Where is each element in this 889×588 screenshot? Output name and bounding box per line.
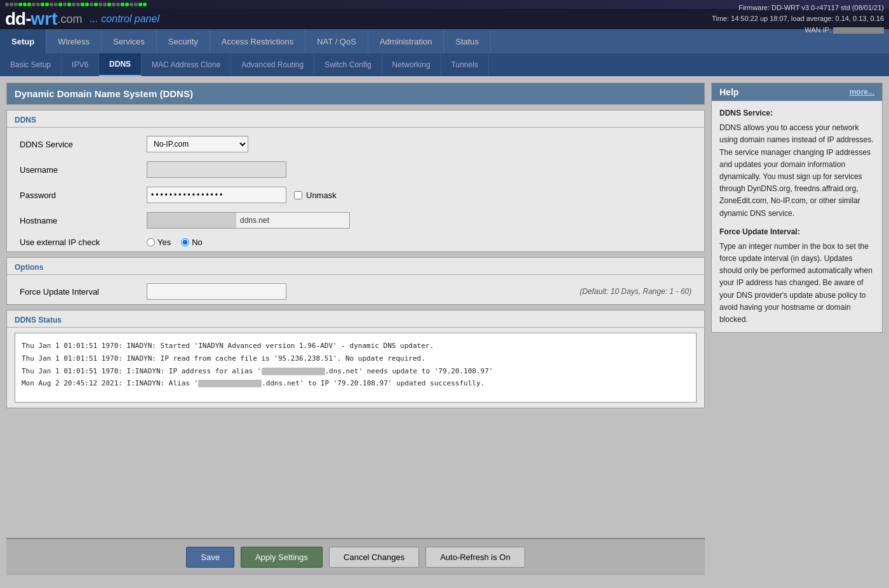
main-nav-nat[interactable]: NAT / QoS	[305, 29, 368, 53]
dot	[63, 3, 67, 6]
status-line-2: Thu Jan 1 01:01:51 1970: INADYN: IP read…	[22, 352, 690, 365]
main-nav-services[interactable]: Services	[102, 29, 157, 53]
sub-nav-ipv6[interactable]: IPV6	[62, 53, 99, 76]
password-control: Unmask	[147, 187, 692, 203]
dot	[103, 3, 107, 6]
radio-no-label[interactable]: No	[192, 237, 203, 247]
ddns-status-section: DDNS Status Thu Jan 1 01:01:51 1970: INA…	[6, 310, 705, 408]
sub-nav-ddns[interactable]: DDNS	[99, 53, 142, 76]
options-section-label: Options	[7, 258, 704, 275]
dot	[121, 3, 124, 6]
page-title: Dynamic Domain Name System (DDNS)	[7, 83, 704, 104]
options-section: Options Force Update Interval 10 (Defaul…	[6, 257, 705, 305]
radio-no-input[interactable]	[181, 238, 189, 246]
page-title-box: Dynamic Domain Name System (DDNS)	[6, 83, 705, 105]
dot	[85, 3, 89, 6]
dot	[58, 3, 62, 6]
dot	[90, 3, 93, 6]
dot	[130, 3, 133, 6]
dot	[10, 3, 13, 6]
sub-nav-switch[interactable]: Switch Config	[314, 53, 382, 76]
logo-cp: ... control panel	[90, 13, 159, 25]
dot	[54, 3, 58, 6]
main-panel: Dynamic Domain Name System (DDNS) DDNS D…	[6, 83, 705, 575]
dot	[94, 3, 98, 6]
sub-nav-routing[interactable]: Advanced Routing	[231, 53, 314, 76]
wan-ip-bar	[833, 27, 884, 34]
save-button[interactable]: Save	[186, 547, 234, 568]
ddns-service-select[interactable]: No-IP.com DynDNS freedns.afraid.org Zone…	[147, 136, 248, 152]
help-ddns-text: DDNS allows you to access your network u…	[719, 122, 874, 220]
password-input[interactable]	[147, 187, 286, 203]
bottom-bar: Save Apply Settings Cancel Changes Auto-…	[6, 538, 705, 575]
dot	[45, 3, 49, 6]
username-input[interactable]	[147, 161, 286, 178]
logo-wrt: wrt	[31, 9, 58, 29]
logo-dd: dd-	[5, 9, 31, 29]
hostname-suffix: ddns.net	[236, 216, 273, 225]
firmware-time: Time: 14:50:22 up 18:07, load average: 0…	[712, 13, 884, 25]
dot	[125, 3, 129, 6]
apply-button[interactable]: Apply Settings	[241, 547, 323, 568]
dot	[76, 3, 80, 6]
dot	[41, 3, 44, 6]
password-wrap: Unmask	[147, 187, 692, 203]
dot	[32, 3, 36, 6]
unmask-checkbox[interactable]	[294, 191, 302, 199]
unmask-label[interactable]: Unmask	[306, 190, 337, 200]
username-row: Username	[7, 157, 704, 182]
dot	[98, 3, 102, 6]
ddns-service-row: DDNS Service No-IP.com DynDNS freedns.af…	[7, 131, 704, 157]
dot	[5, 3, 9, 6]
ddns-service-label: DDNS Service	[20, 140, 147, 149]
password-row: Password Unmask	[7, 182, 704, 208]
external-ip-label: Use external IP check	[20, 237, 147, 247]
main-nav-security[interactable]: Security	[157, 29, 210, 53]
sub-nav-networking[interactable]: Networking	[382, 53, 441, 76]
username-label: Username	[20, 165, 147, 175]
dot	[72, 3, 76, 6]
dot	[14, 3, 18, 6]
main-nav-wireless[interactable]: Wireless	[46, 29, 102, 53]
ddns-section-label: DDNS	[7, 110, 704, 128]
redacted-alias-1	[262, 368, 325, 375]
force-update-hint: (Default: 10 Days, Range: 1 - 60)	[580, 287, 692, 296]
help-more-link[interactable]: more...	[850, 88, 874, 97]
help-force-text: Type an integer number in the box to set…	[719, 241, 874, 326]
main-nav-admin[interactable]: Administration	[368, 29, 444, 53]
unmask-wrap: Unmask	[294, 190, 337, 200]
autorefresh-button[interactable]: Auto-Refresh is On	[425, 547, 525, 568]
hostname-label: Hostname	[20, 216, 147, 225]
logo: dd-wrt.com ... control panel	[5, 9, 159, 29]
main-nav-status[interactable]: Status	[444, 29, 491, 53]
help-content: DDNS Service: DDNS allows you to access …	[712, 101, 882, 332]
help-panel: Help more... DDNS Service: DDNS allows y…	[711, 83, 883, 333]
content-area: Dynamic Domain Name System (DDNS) DDNS D…	[0, 76, 889, 582]
firmware-version: Firmware: DD-WRT v3.0-r47117 std (08/01/…	[712, 3, 884, 14]
top-bar: dd-wrt.com ... control panel Firmware: D…	[0, 9, 889, 29]
ddns-status-label: DDNS Status	[7, 311, 704, 328]
external-ip-row: Use external IP check Yes No	[7, 233, 704, 251]
hostname-row: Hostname ddns.net	[7, 208, 704, 233]
main-nav-access[interactable]: Access Restrictions	[210, 29, 305, 53]
radio-yes: Yes	[147, 237, 171, 247]
external-ip-control: Yes No	[147, 237, 692, 247]
hostname-prefix	[147, 213, 236, 228]
force-update-label: Force Update Interval	[20, 287, 147, 297]
force-update-input[interactable]: 10	[147, 283, 286, 300]
hostname-full: ddns.net	[147, 212, 350, 229]
username-control	[147, 161, 692, 178]
wan-ip: WAN IP:	[712, 25, 884, 36]
ddns-service-control: No-IP.com DynDNS freedns.afraid.org Zone…	[147, 136, 692, 152]
sub-nav-tunnels[interactable]: Tunnels	[441, 53, 489, 76]
status-line-3: Thu Jan 1 01:01:51 1970: I:INADYN: IP ad…	[22, 365, 690, 378]
status-log: Thu Jan 1 01:01:51 1970: INADYN: Started…	[15, 333, 697, 403]
cancel-button[interactable]: Cancel Changes	[329, 547, 419, 568]
sub-nav-basic[interactable]: Basic Setup	[0, 53, 62, 76]
radio-yes-label[interactable]: Yes	[157, 237, 171, 247]
radio-yes-input[interactable]	[147, 238, 155, 246]
dot	[112, 3, 116, 6]
main-nav-setup[interactable]: Setup	[0, 29, 46, 53]
dot	[116, 3, 120, 6]
sub-nav-mac[interactable]: MAC Address Clone	[142, 53, 231, 76]
